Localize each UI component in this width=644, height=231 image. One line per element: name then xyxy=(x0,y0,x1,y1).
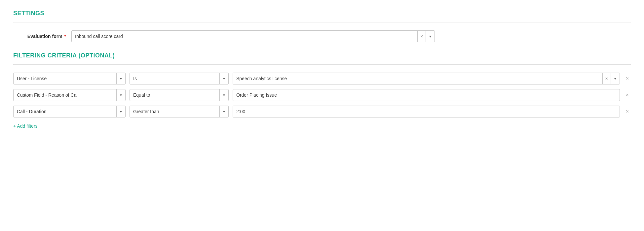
evaluation-form-select[interactable]: Inbound call score card × ▼ xyxy=(71,30,435,42)
evaluation-form-dropdown-button[interactable]: ▼ xyxy=(426,31,435,42)
filter-1-operator-value: Is xyxy=(130,73,219,84)
evaluation-form-row: Evaluation form * Inbound call score car… xyxy=(13,30,631,42)
filter-1-field-select[interactable]: User - License ▼ xyxy=(13,73,126,84)
settings-title: SETTINGS xyxy=(13,10,631,17)
settings-section: SETTINGS Evaluation form * Inbound call … xyxy=(13,10,631,42)
filter-1-operator-dropdown-button[interactable]: ▼ xyxy=(219,73,228,84)
filter-2-field-select[interactable]: Custom Field - Reason of Call ▼ xyxy=(13,89,126,101)
filter-row-3: Call - Duration ▼ Greater than ▼ × xyxy=(13,106,631,117)
add-filters-button[interactable]: + Add filters xyxy=(13,122,38,130)
filtering-divider xyxy=(13,64,631,65)
filter-1-value-clear-button[interactable]: × xyxy=(602,73,611,84)
evaluation-form-label: Evaluation form * xyxy=(13,34,66,39)
filter-2-operator-value: Equal to xyxy=(130,89,219,101)
evaluation-form-value: Inbound call score card xyxy=(72,30,417,42)
filter-2-remove-button[interactable]: × xyxy=(624,92,631,98)
filter-2-field-dropdown-button[interactable]: ▼ xyxy=(116,89,125,101)
filter-3-field-value: Call - Duration xyxy=(14,106,116,117)
filter-3-field-select[interactable]: Call - Duration ▼ xyxy=(13,106,126,117)
filter-3-operator-dropdown-button[interactable]: ▼ xyxy=(219,106,228,117)
filter-2-value-input[interactable] xyxy=(233,89,620,101)
evaluation-form-clear-button[interactable]: × xyxy=(417,31,426,42)
filter-2-operator-select[interactable]: Equal to ▼ xyxy=(130,89,229,101)
filter-3-value-input[interactable] xyxy=(233,106,620,117)
filter-3-operator-select[interactable]: Greater than ▼ xyxy=(130,106,229,117)
filter-2-field-value: Custom Field - Reason of Call xyxy=(14,89,116,101)
filter-3-operator-value: Greater than xyxy=(130,106,219,117)
filter-1-field-dropdown-button[interactable]: ▼ xyxy=(116,73,125,84)
filter-1-remove-button[interactable]: × xyxy=(624,76,631,82)
filter-1-operator-select[interactable]: Is ▼ xyxy=(130,73,229,84)
filter-1-value-select[interactable]: Speech analytics license × ▼ xyxy=(233,73,620,84)
filter-3-remove-button[interactable]: × xyxy=(624,109,631,115)
filter-3-field-dropdown-button[interactable]: ▼ xyxy=(116,106,125,117)
filtering-section: FILTERING CRITERIA (OPTIONAL) User - Lic… xyxy=(13,52,631,130)
filter-1-value-dropdown-button[interactable]: ▼ xyxy=(611,73,620,84)
filtering-title: FILTERING CRITERIA (OPTIONAL) xyxy=(13,52,631,59)
filter-1-field-value: User - License xyxy=(14,73,116,84)
settings-divider xyxy=(13,22,631,22)
filter-1-value: Speech analytics license xyxy=(233,73,602,84)
required-indicator: * xyxy=(63,34,66,39)
filter-row-2: Custom Field - Reason of Call ▼ Equal to… xyxy=(13,89,631,101)
filter-2-operator-dropdown-button[interactable]: ▼ xyxy=(219,89,228,101)
filter-row-1: User - License ▼ Is ▼ Speech analytics l… xyxy=(13,73,631,84)
